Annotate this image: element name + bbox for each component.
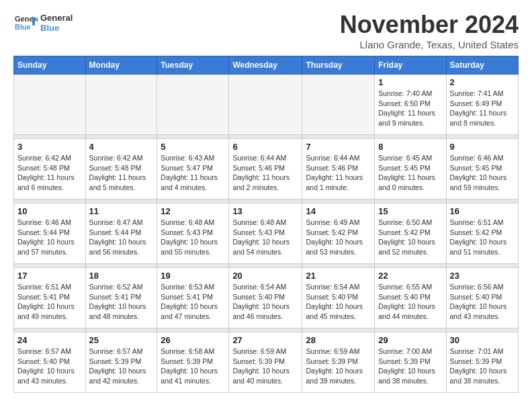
day-number: 14 [306, 206, 371, 216]
week-row-5: 24Sunrise: 6:57 AM Sunset: 5:40 PM Dayli… [14, 332, 519, 393]
day-cell: 14Sunrise: 6:49 AM Sunset: 5:42 PM Dayli… [302, 203, 375, 264]
day-cell: 21Sunrise: 6:54 AM Sunset: 5:40 PM Dayli… [302, 268, 375, 328]
day-info: Sunrise: 7:41 AM Sunset: 6:49 PM Dayligh… [450, 89, 515, 128]
day-cell [85, 75, 157, 135]
title-area: November 2024 Llano Grande, Texas, Unite… [340, 11, 519, 50]
day-number: 2 [450, 77, 515, 87]
day-info: Sunrise: 6:44 AM Sunset: 5:46 PM Dayligh… [232, 153, 298, 193]
weekday-header-thursday: Thursday [302, 56, 375, 75]
day-info: Sunrise: 6:52 AM Sunset: 5:41 PM Dayligh… [89, 282, 154, 322]
day-cell [229, 75, 302, 135]
week-row-2: 3Sunrise: 6:42 AM Sunset: 5:48 PM Daylig… [14, 139, 519, 199]
day-info: Sunrise: 6:45 AM Sunset: 5:45 PM Dayligh… [378, 153, 442, 193]
day-cell: 11Sunrise: 6:47 AM Sunset: 5:44 PM Dayli… [85, 203, 157, 264]
day-number: 3 [17, 142, 82, 152]
day-number: 30 [450, 335, 515, 345]
logo: General Blue General Blue [13, 11, 73, 35]
day-cell: 28Sunrise: 6:59 AM Sunset: 5:39 PM Dayli… [302, 332, 375, 393]
day-number: 23 [450, 271, 515, 281]
day-info: Sunrise: 6:59 AM Sunset: 5:39 PM Dayligh… [232, 347, 298, 386]
day-info: Sunrise: 6:48 AM Sunset: 5:43 PM Dayligh… [161, 218, 225, 257]
day-number: 21 [306, 271, 371, 281]
header: General Blue General Blue November 2024 … [13, 11, 519, 50]
logo-icon: General Blue [13, 11, 38, 35]
day-number: 22 [378, 271, 442, 281]
day-info: Sunrise: 6:57 AM Sunset: 5:40 PM Dayligh… [17, 347, 82, 386]
day-cell: 20Sunrise: 6:54 AM Sunset: 5:40 PM Dayli… [229, 268, 302, 328]
day-info: Sunrise: 6:59 AM Sunset: 5:39 PM Dayligh… [306, 347, 371, 386]
week-row-1: 1Sunrise: 7:40 AM Sunset: 6:50 PM Daylig… [14, 75, 519, 135]
weekday-header-monday: Monday [85, 56, 157, 75]
day-info: Sunrise: 6:50 AM Sunset: 5:42 PM Dayligh… [378, 218, 442, 257]
day-info: Sunrise: 6:49 AM Sunset: 5:42 PM Dayligh… [306, 218, 371, 257]
day-cell: 24Sunrise: 6:57 AM Sunset: 5:40 PM Dayli… [14, 332, 86, 393]
week-row-3: 10Sunrise: 6:46 AM Sunset: 5:44 PM Dayli… [14, 203, 519, 264]
logo-blue: Blue [40, 23, 73, 33]
day-number: 24 [17, 335, 82, 345]
day-cell: 18Sunrise: 6:52 AM Sunset: 5:41 PM Dayli… [85, 268, 157, 328]
day-cell [302, 75, 375, 135]
weekday-header-friday: Friday [375, 56, 446, 75]
day-number: 13 [232, 206, 298, 216]
day-number: 9 [450, 142, 515, 152]
weekday-header-saturday: Saturday [446, 56, 519, 75]
day-number: 18 [89, 271, 154, 281]
day-number: 15 [378, 206, 442, 216]
day-cell: 25Sunrise: 6:57 AM Sunset: 5:39 PM Dayli… [85, 332, 157, 393]
day-number: 28 [306, 335, 371, 345]
day-cell: 4Sunrise: 6:42 AM Sunset: 5:48 PM Daylig… [85, 139, 157, 199]
day-cell: 8Sunrise: 6:45 AM Sunset: 5:45 PM Daylig… [375, 139, 446, 199]
day-info: Sunrise: 6:42 AM Sunset: 5:48 PM Dayligh… [89, 153, 154, 193]
day-number: 8 [378, 142, 442, 152]
logo-general: General [40, 13, 73, 23]
day-cell: 15Sunrise: 6:50 AM Sunset: 5:42 PM Dayli… [375, 203, 446, 264]
day-cell: 13Sunrise: 6:48 AM Sunset: 5:43 PM Dayli… [229, 203, 302, 264]
day-number: 20 [232, 271, 298, 281]
weekday-header-sunday: Sunday [14, 56, 86, 75]
weekday-header-wednesday: Wednesday [229, 56, 302, 75]
day-cell: 29Sunrise: 7:00 AM Sunset: 5:39 PM Dayli… [375, 332, 446, 393]
day-info: Sunrise: 6:46 AM Sunset: 5:45 PM Dayligh… [450, 153, 515, 193]
day-cell: 2Sunrise: 7:41 AM Sunset: 6:49 PM Daylig… [446, 75, 519, 135]
day-cell: 30Sunrise: 7:01 AM Sunset: 5:39 PM Dayli… [446, 332, 519, 393]
day-info: Sunrise: 6:47 AM Sunset: 5:44 PM Dayligh… [89, 218, 154, 257]
day-cell [14, 75, 86, 135]
day-cell: 23Sunrise: 6:56 AM Sunset: 5:40 PM Dayli… [446, 268, 519, 328]
location-title: Llano Grande, Texas, United States [340, 39, 519, 50]
day-cell: 6Sunrise: 6:44 AM Sunset: 5:46 PM Daylig… [229, 139, 302, 199]
day-number: 27 [232, 335, 298, 345]
day-info: Sunrise: 7:01 AM Sunset: 5:39 PM Dayligh… [450, 347, 515, 386]
day-number: 5 [161, 142, 225, 152]
day-info: Sunrise: 6:58 AM Sunset: 5:39 PM Dayligh… [161, 347, 225, 386]
weekday-header-tuesday: Tuesday [157, 56, 229, 75]
svg-text:Blue: Blue [15, 23, 31, 31]
day-cell: 19Sunrise: 6:53 AM Sunset: 5:41 PM Dayli… [157, 268, 229, 328]
day-info: Sunrise: 6:42 AM Sunset: 5:48 PM Dayligh… [17, 153, 82, 193]
day-info: Sunrise: 6:48 AM Sunset: 5:43 PM Dayligh… [232, 218, 298, 257]
day-number: 16 [450, 206, 515, 216]
day-cell: 5Sunrise: 6:43 AM Sunset: 5:47 PM Daylig… [157, 139, 229, 199]
day-number: 25 [89, 335, 154, 345]
day-cell: 7Sunrise: 6:44 AM Sunset: 5:46 PM Daylig… [302, 139, 375, 199]
day-cell: 1Sunrise: 7:40 AM Sunset: 6:50 PM Daylig… [375, 75, 446, 135]
day-info: Sunrise: 7:00 AM Sunset: 5:39 PM Dayligh… [378, 347, 442, 386]
day-cell: 17Sunrise: 6:51 AM Sunset: 5:41 PM Dayli… [14, 268, 86, 328]
day-cell: 16Sunrise: 6:51 AM Sunset: 5:42 PM Dayli… [446, 203, 519, 264]
day-number: 7 [306, 142, 371, 152]
day-number: 4 [89, 142, 154, 152]
day-number: 19 [161, 271, 225, 281]
day-cell: 9Sunrise: 6:46 AM Sunset: 5:45 PM Daylig… [446, 139, 519, 199]
weekday-header-row: SundayMondayTuesdayWednesdayThursdayFrid… [14, 56, 519, 75]
day-cell: 10Sunrise: 6:46 AM Sunset: 5:44 PM Dayli… [14, 203, 86, 264]
day-info: Sunrise: 6:44 AM Sunset: 5:46 PM Dayligh… [306, 153, 371, 193]
day-cell: 27Sunrise: 6:59 AM Sunset: 5:39 PM Dayli… [229, 332, 302, 393]
day-cell: 12Sunrise: 6:48 AM Sunset: 5:43 PM Dayli… [157, 203, 229, 264]
day-cell [157, 75, 229, 135]
day-info: Sunrise: 6:54 AM Sunset: 5:40 PM Dayligh… [306, 282, 371, 322]
day-cell: 26Sunrise: 6:58 AM Sunset: 5:39 PM Dayli… [157, 332, 229, 393]
day-number: 1 [378, 77, 442, 87]
day-number: 17 [17, 271, 82, 281]
day-cell: 22Sunrise: 6:55 AM Sunset: 5:40 PM Dayli… [375, 268, 446, 328]
day-info: Sunrise: 6:51 AM Sunset: 5:41 PM Dayligh… [17, 282, 82, 322]
day-number: 10 [17, 206, 82, 216]
